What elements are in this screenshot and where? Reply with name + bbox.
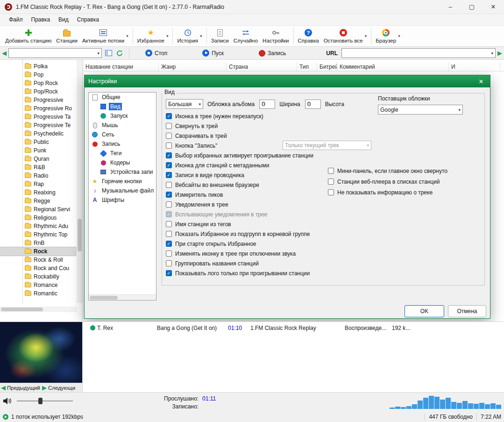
scrollbar-thumb[interactable] [1, 308, 43, 311]
station-tree-item[interactable]: Romance [0, 281, 77, 289]
station-tree-item[interactable]: Religious [0, 214, 77, 222]
add-station-button[interactable]: Добавить станцию [3, 26, 54, 46]
station-tree-item[interactable]: Rock [0, 247, 77, 256]
station-tree-item[interactable]: Realxing [0, 188, 77, 197]
settings-checkbox[interactable]: Не показывать информацию о треке [328, 187, 433, 197]
settings-tree-item[interactable]: AШрифты [89, 195, 156, 205]
dialog-close-icon[interactable]: ✕ [476, 78, 486, 85]
station-tree-item[interactable]: Pop [0, 71, 77, 79]
volume-slider[interactable] [17, 397, 73, 405]
settings-tree-item[interactable]: Устройства запи [89, 167, 156, 177]
station-tree-item[interactable]: Romantic [0, 289, 77, 298]
previous-button[interactable]: ◀ Предыдущий [0, 383, 41, 392]
menu-file[interactable]: Файл [5, 15, 27, 24]
settings-checkbox[interactable]: ✓При старте открыть Избранное [166, 239, 481, 249]
scrollbar-thumb[interactable] [78, 219, 82, 251]
station-tree-item[interactable]: Rhythmic Top [0, 230, 77, 239]
settings-checkbox[interactable]: Станции веб-плеера в списках станций [328, 177, 440, 186]
tree-vertical-scrollbar[interactable] [77, 60, 83, 303]
menu-view[interactable]: Вид [54, 15, 73, 24]
play-button[interactable]: Пуск [199, 49, 227, 57]
settings-checkbox[interactable]: Показать Избранное из подгрупп в корнево… [166, 229, 481, 239]
favorites-button[interactable]: ★ Избранное ▾ [135, 26, 171, 46]
cover-height-input[interactable] [305, 100, 321, 109]
chevron-down-icon[interactable]: ▾ [166, 34, 169, 38]
nav-back-icon[interactable]: ◀ [2, 50, 7, 57]
chevron-down-icon[interactable]: ▾ [94, 51, 99, 56]
settings-tree-item[interactable]: Теги [89, 149, 156, 158]
chevron-down-icon[interactable]: ▾ [365, 34, 367, 38]
browser-button[interactable]: Браузер ▾ [373, 26, 402, 46]
scrollbar-thumb[interactable] [90, 296, 118, 300]
column-header[interactable]: И [449, 62, 500, 71]
stop-all-button[interactable]: Остановить все ▾ [321, 26, 369, 46]
chevron-down-icon[interactable]: ▾ [398, 34, 400, 38]
recordings-button[interactable]: Записи [209, 26, 231, 46]
station-tree-item[interactable]: Progressive Te [0, 121, 77, 129]
station-tree-item[interactable]: Rockabilly [0, 272, 77, 281]
settings-tree-item[interactable]: Общие [89, 93, 156, 102]
column-header[interactable]: Битрейт [317, 62, 337, 71]
settings-tree-item[interactable]: Запись [89, 139, 156, 149]
station-tree-item[interactable]: Rap [0, 180, 77, 188]
settings-tree-scrollbar[interactable] [89, 294, 156, 300]
station-tree-item[interactable]: Radio [0, 172, 77, 180]
station-tree-item[interactable]: Progressive [0, 96, 77, 104]
cover-width-input[interactable] [259, 100, 275, 109]
settings-tree-item[interactable]: Кодеры [89, 158, 156, 167]
settings-checkbox[interactable]: Свернуть в трей [166, 121, 481, 131]
stations-button[interactable]: Станции [54, 26, 80, 46]
column-header[interactable]: Тип [297, 62, 317, 71]
settings-tree-item[interactable]: ★Горячие кнопки [89, 177, 156, 186]
settings-checkbox[interactable]: Изменять иконку в трее при отключении зв… [166, 249, 481, 258]
settings-checkbox[interactable]: ✓Показывать лого только при проигрывании… [166, 268, 481, 278]
column-header[interactable]: Название станции [83, 62, 159, 71]
station-tree-item[interactable]: Rock and Cou [0, 264, 77, 272]
ok-button[interactable]: OK [405, 305, 444, 317]
settings-tree-item[interactable]: ♪Музыкальные файл [89, 186, 156, 195]
station-tree-item[interactable]: Quran [0, 155, 77, 163]
volume-slider-handle[interactable] [38, 398, 43, 404]
help-button[interactable]: ? Справка [296, 26, 321, 46]
settings-checkbox[interactable]: Мини-панель, если главное окно свернуто [328, 166, 447, 176]
history-button[interactable]: История ▾ [175, 26, 204, 46]
station-tree-item[interactable]: Regional Servi [0, 205, 77, 214]
menu-edit[interactable]: Правка [27, 15, 55, 24]
settings-checkbox[interactable]: ✓Измеритель пиков [166, 190, 481, 200]
search-combobox[interactable]: ▾ [8, 48, 102, 58]
settings-tree-item[interactable]: Мышь [89, 121, 156, 130]
column-header[interactable]: Страна [227, 62, 297, 71]
settings-checkbox[interactable]: Группировать названия станций [166, 258, 481, 268]
url-combobox[interactable]: ▾ [341, 48, 496, 58]
settings-checkbox[interactable]: Имя станции из тегов [166, 219, 481, 229]
refresh-icon[interactable] [115, 49, 124, 58]
active-streams-button[interactable]: Активные потоки ▾ [80, 26, 131, 46]
station-tree-item[interactable]: Public [0, 138, 77, 146]
stop-button[interactable]: Стоп [142, 49, 171, 57]
menu-help[interactable]: Справка [73, 15, 103, 24]
chevron-down-icon[interactable]: ▾ [126, 34, 128, 38]
settings-checkbox[interactable]: ✓Иконка в трее (нужен перезапуск) [166, 111, 481, 121]
settings-tree-item[interactable]: Вид [89, 102, 156, 111]
station-tree-item[interactable]: RnB [0, 239, 77, 247]
dialog-title-bar[interactable]: Настройки ✕ [85, 75, 490, 87]
chevron-down-icon[interactable]: ▾ [488, 51, 493, 56]
chevron-down-icon[interactable]: ▾ [200, 34, 202, 38]
next-button[interactable]: ▶ Следующи [41, 383, 82, 392]
nav-forward-icon[interactable]: ▶ [497, 50, 502, 57]
station-tree-item[interactable]: R&B [0, 163, 77, 172]
close-button[interactable]: ✕ [483, 0, 504, 14]
station-tree-item[interactable]: Psychedelic [0, 129, 77, 138]
station-tree-item[interactable]: Pop Rock [0, 79, 77, 87]
station-tree-item[interactable]: Polka [0, 62, 77, 71]
settings-tree-item[interactable]: Сеть [89, 130, 156, 139]
station-tree-item[interactable]: Punk [0, 146, 77, 155]
random-button[interactable]: Случайно [231, 26, 260, 46]
now-playing-row[interactable]: T. Rex Bang a Gong (Get It on) 01:10 1.F… [83, 324, 504, 332]
settings-checkbox[interactable]: Кнопка "Запись"Только текущий трек▾ [166, 141, 481, 150]
settings-checkbox[interactable]: Уведомления в трее [166, 200, 481, 209]
station-tree-item[interactable]: Rock & Roll [0, 256, 77, 264]
maximize-button[interactable]: ▢ [461, 0, 483, 14]
station-tree-item[interactable]: Progressive Ro [0, 104, 77, 113]
record-button[interactable]: Запись [255, 49, 290, 57]
